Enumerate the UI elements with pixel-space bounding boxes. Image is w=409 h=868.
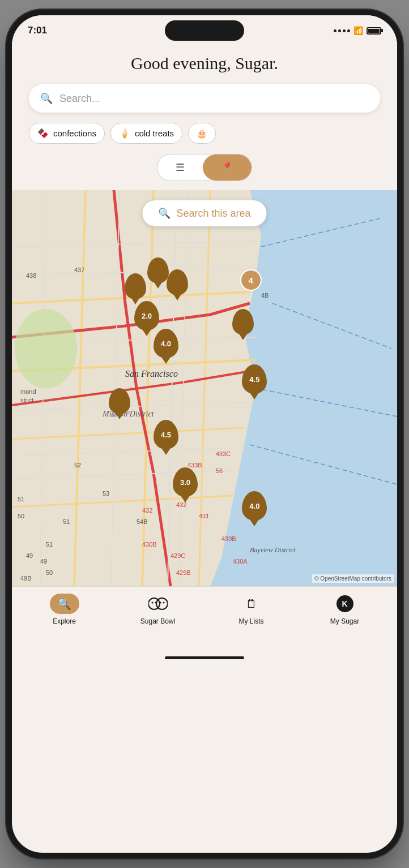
status-icons: 📶 [334, 26, 381, 35]
svg-text:San Francisco: San Francisco [125, 369, 178, 379]
map-attribution: © OpenStreetMap contributors [312, 574, 394, 583]
status-bar: 7:01 📶 [12, 15, 397, 46]
svg-text:50: 50 [46, 569, 53, 576]
pin-simple-2 [147, 257, 169, 283]
pin-simple-5 [109, 388, 130, 414]
map-pin-4-bayview[interactable]: 4.0 [242, 491, 267, 521]
map-pin-4[interactable]: 4.0 [154, 329, 178, 358]
map-area[interactable]: 430B 429C 429B 430B 430A 432 431 432 433… [12, 190, 397, 586]
my-lists-label: My Lists [238, 617, 263, 625]
svg-point-58 [156, 598, 168, 609]
pin-rating-4-bayview: 4.0 [242, 491, 267, 521]
my-sugar-label: My Sugar [330, 617, 359, 625]
pin-rating-2: 2.0 [134, 301, 159, 330]
svg-point-59 [151, 602, 153, 604]
svg-point-61 [159, 602, 161, 604]
map-pin-simple-4[interactable] [232, 309, 254, 335]
pin-rating-4-5-mission: 4.5 [154, 420, 178, 449]
pin-cluster-badge: 4 [240, 269, 262, 291]
bottom-nav: 🔍 Explore [12, 586, 397, 652]
map-pin-4-5-right[interactable]: 4.5 [242, 364, 267, 394]
category-chip-cold-treats[interactable]: 🍦 cold treats [110, 123, 182, 144]
map-pin-simple-1[interactable] [125, 273, 146, 299]
nav-item-sugar-bowl[interactable]: Sugar Bowl [111, 594, 204, 625]
my-sugar-icon-wrap: K [330, 594, 360, 614]
map-background: 430B 429C 429B 430B 430A 432 431 432 433… [12, 190, 397, 586]
map-view-icon: 📍 [221, 161, 233, 174]
map-pin-simple-3[interactable] [167, 269, 188, 295]
svg-point-60 [155, 602, 156, 604]
map-pin-simple-2[interactable] [147, 257, 169, 283]
svg-text:51: 51 [46, 541, 53, 548]
explore-label: Explore [53, 617, 76, 625]
notch [165, 20, 244, 41]
svg-text:mond: mond [20, 388, 36, 395]
svg-text:4B: 4B [261, 292, 269, 299]
nav-item-my-sugar[interactable]: K My Sugar [298, 594, 391, 625]
sugar-bowl-label: Sugar Bowl [140, 617, 175, 625]
confections-icon: 🍫 [37, 128, 49, 139]
nav-item-explore[interactable]: 🔍 Explore [18, 594, 111, 625]
svg-point-62 [163, 602, 164, 604]
search-icon: 🔍 [40, 92, 53, 105]
svg-text:438: 438 [26, 272, 36, 279]
svg-text:429B: 429B [176, 569, 191, 576]
greeting-text: Good evening, Sugar. [29, 54, 380, 73]
user-avatar: K [336, 595, 353, 612]
pin-simple-1 [125, 273, 146, 299]
signal-icon [334, 29, 350, 32]
map-pin-simple-5[interactable] [109, 388, 130, 414]
view-toggle: ☰ 📍 [29, 154, 380, 190]
sugar-bowl-icon-wrap [143, 594, 173, 614]
map-pin-3[interactable]: 3.0 [173, 467, 198, 497]
nav-item-my-lists[interactable]: 🗒 My Lists [204, 594, 298, 625]
svg-point-20 [15, 309, 77, 388]
svg-text:431: 431 [199, 513, 209, 519]
svg-text:49B: 49B [20, 575, 32, 582]
sugar-bowl-icon [148, 597, 168, 611]
list-view-icon: ☰ [176, 161, 185, 174]
cold-treats-label: cold treats [135, 128, 174, 138]
phone-frame: 7:01 📶 Good evening, Sugar. 🔍 Search... [12, 15, 397, 853]
map-pin-4-5-mission[interactable]: 4.5 [154, 420, 178, 449]
search-bar[interactable]: 🔍 Search... [29, 84, 380, 113]
home-indicator-area [12, 652, 397, 664]
list-view-toggle[interactable]: ☰ [157, 154, 203, 181]
map-pin-2[interactable]: 2.0 [134, 301, 159, 330]
search-area-label: Search this area [176, 208, 250, 220]
svg-text:432: 432 [142, 507, 152, 514]
avatar-letter: K [342, 599, 347, 608]
svg-text:strict: strict [20, 397, 33, 403]
svg-text:430A: 430A [233, 558, 248, 565]
svg-text:50: 50 [18, 513, 24, 519]
cold-treats-icon: 🍦 [119, 128, 130, 139]
map-view-toggle[interactable]: 📍 [203, 154, 252, 181]
svg-text:430B: 430B [221, 535, 236, 542]
pin-rating-3: 3.0 [173, 467, 198, 497]
map-pin-cluster[interactable]: 4 [240, 269, 262, 291]
toggle-pill: ☰ 📍 [157, 154, 252, 181]
pin-rating-4-5-right: 4.5 [242, 364, 267, 394]
svg-text:49: 49 [26, 552, 33, 559]
search-area-button[interactable]: 🔍 Search this area [142, 200, 266, 226]
my-lists-icon: 🗒 [246, 598, 257, 611]
pin-rating-4: 4.0 [154, 329, 178, 358]
pin-simple-3 [167, 269, 188, 295]
category-filters: 🍫 confections 🍦 cold treats 🎂 [29, 123, 380, 144]
svg-text:51: 51 [18, 496, 24, 502]
category-chip-confections[interactable]: 🍫 confections [29, 123, 105, 144]
header-area: Good evening, Sugar. 🔍 Search... 🍫 confe… [12, 46, 397, 190]
explore-icon-wrap: 🔍 [50, 594, 79, 614]
svg-text:52: 52 [74, 462, 81, 469]
svg-text:53: 53 [103, 490, 109, 497]
category-chip-cakes[interactable]: 🎂 [188, 123, 216, 144]
status-time: 7:01 [28, 25, 47, 36]
svg-text:49: 49 [40, 558, 47, 565]
svg-text:51: 51 [63, 518, 70, 525]
explore-icon: 🔍 [57, 597, 71, 611]
svg-text:433C: 433C [216, 450, 231, 457]
svg-text:429C: 429C [171, 552, 185, 559]
search-area-icon: 🔍 [158, 207, 171, 220]
my-lists-icon-wrap: 🗒 [237, 594, 266, 614]
svg-text:437: 437 [74, 267, 84, 273]
